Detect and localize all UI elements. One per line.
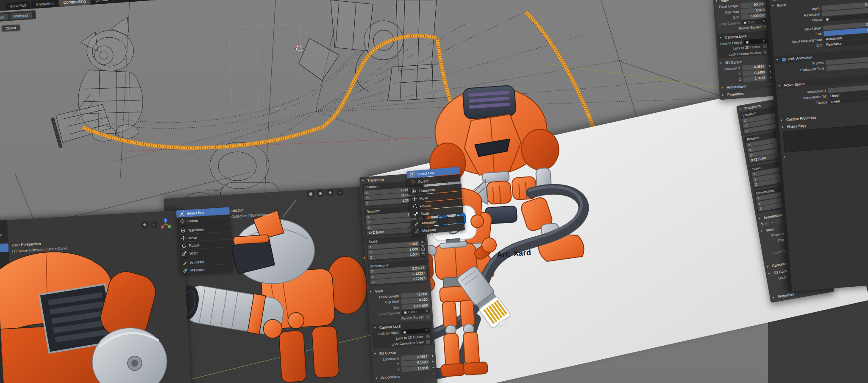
n-panel-wireframe: ▾View Focal Length50.000 Clip Start0.010… [713, 0, 775, 100]
lock-camera-view-checkbox[interactable] [426, 340, 431, 345]
zoom-icon[interactable]: ⌕ [336, 188, 344, 196]
transform-icon [180, 228, 186, 233]
rotate-icon [412, 204, 418, 209]
bottomleft-viewport-window[interactable]: tale User Perspective (1) Scene Collecti… [0, 210, 191, 383]
lock-3d-cursor-checkbox[interactable] [762, 44, 768, 49]
plus-icon[interactable]: + [771, 221, 773, 225]
object-chip-icon: ▣ [746, 40, 749, 44]
object-chip-icon: ▣ [826, 17, 829, 22]
annotate-icon [182, 260, 188, 266]
lock-icon[interactable] [420, 241, 425, 246]
close-icon[interactable]: ✕ [426, 309, 428, 313]
close-icon[interactable]: ✕ [763, 19, 766, 23]
eyedropper-icon[interactable]: ✐ [425, 329, 428, 333]
cursor-icon [410, 179, 415, 185]
axis-gizmo[interactable]: Z [160, 218, 171, 229]
camera-lock-section: ▾Camera Lock Lock to Object ▣ ✐ Lock to … [717, 30, 771, 58]
svg-text:X: X [206, 188, 209, 192]
scale-group: Scale: X:1.000 Y:1.000 Z:1.000 [366, 235, 426, 262]
camera-lock-section: ▾Camera Lock Lock to Object ▣ ✐ Lock to … [371, 320, 433, 349]
select-box-button-cut[interactable] [0, 243, 8, 253]
move-icon [412, 196, 417, 201]
select-box-icon [179, 211, 185, 216]
lock-camera-view-checkbox[interactable] [763, 50, 768, 55]
hand-icon[interactable]: ✥ [141, 221, 149, 229]
camera-icon[interactable]: ◉ [317, 189, 325, 197]
lock-icon[interactable] [421, 246, 425, 251]
path-animation-checkbox[interactable]: ✓ [781, 57, 786, 62]
tool-shelf-middle: Select Box Cursor Transform Move Rotate … [176, 207, 234, 274]
render-border-checkbox[interactable] [426, 314, 431, 319]
cut-text-fragment: tale [0, 233, 3, 237]
closeup-robot-render [0, 236, 191, 383]
annotate-icon [414, 221, 419, 226]
cut-button[interactable]: ce [0, 14, 8, 20]
dimensions-group: Dimensions: X:3.25777 Y:6.12227 Z:2.7226… [367, 259, 428, 286]
select-box-icon [409, 172, 415, 177]
move-icon [181, 236, 186, 241]
object-mode-selector[interactable]: Object [2, 25, 20, 32]
3d-cursor-marker [295, 44, 304, 53]
cursor-icon [180, 219, 185, 224]
object-chip-icon: ▣ [403, 310, 407, 314]
tool-shelf-white: Select Box Cursor Transform Move Rotate … [406, 167, 465, 235]
zoom-icon[interactable]: ⌕ [150, 221, 159, 229]
scale-icon [181, 251, 187, 256]
eyedropper-icon[interactable]: ✐ [762, 39, 765, 42]
object-chip-icon: ▣ [403, 330, 406, 334]
viewport-gizmos: ✥ ⌕ Z [140, 218, 171, 231]
measure-icon [183, 268, 188, 273]
blender-collage: X Y View Full Animation Compositing Defa… [0, 0, 868, 383]
properties-tab-icon[interactable]: ▣ [772, 0, 776, 1]
hand-icon[interactable]: ✥ [326, 189, 334, 197]
measure-icon [415, 229, 420, 234]
object-chip-icon: ▣ [743, 20, 747, 24]
render-border-checkbox[interactable] [763, 24, 768, 29]
lock-icon[interactable] [421, 252, 426, 256]
properties-tab-icon[interactable]: ▦ [779, 0, 783, 0]
pen-icon: ✎ [761, 222, 764, 226]
intersect-button[interactable]: Intersect [10, 12, 32, 19]
lock-3d-cursor-checkbox[interactable] [425, 334, 430, 339]
svg-text:Z: Z [165, 219, 167, 222]
grid-icon[interactable]: ▦ [307, 190, 315, 198]
transform-icon [411, 189, 416, 194]
svg-text:Y: Y [226, 183, 228, 187]
rotate-icon [181, 243, 186, 249]
scale-icon [413, 212, 418, 217]
